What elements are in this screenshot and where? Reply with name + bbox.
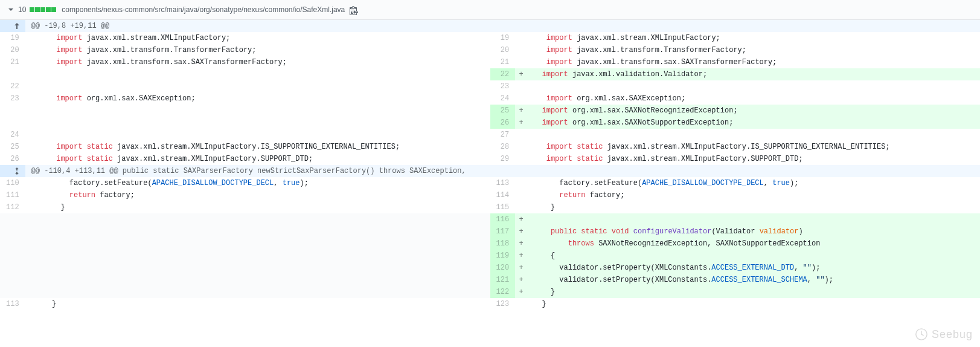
hunk-header: @@ -19,8 +19,11 @@ (0, 20, 980, 32)
file-path[interactable]: components/nexus-common/src/main/java/or… (62, 5, 345, 14)
expand-icon[interactable] (0, 165, 25, 177)
diff-line: 112 } 115 } (0, 201, 980, 213)
diff-line: 26 import static javax.xml.stream.XMLInp… (0, 153, 980, 165)
hunk-text: @@ -19,8 +19,11 @@ (25, 20, 980, 32)
diff-line: 22 + import javax.xml.validation.Validat… (0, 68, 980, 80)
diff-line: 116 + (0, 213, 980, 225)
right-code: import javax.xml.stream.XMLInputFactory; (527, 32, 980, 44)
expand-up-icon[interactable] (0, 20, 25, 32)
diff-table: @@ -19,8 +19,11 @@ 19 import javax.xml.s… (0, 20, 980, 310)
hunk-text: @@ -110,4 +113,11 @@ public static SAXPa… (25, 165, 980, 177)
hunk-header: @@ -110,4 +113,11 @@ public static SAXPa… (0, 165, 980, 177)
diff-line: 25 + import org.xml.sax.SAXNotRecognized… (0, 105, 980, 117)
diff-line-count: 10 (18, 5, 26, 14)
left-code: import javax.xml.stream.XMLInputFactory; (37, 32, 490, 44)
file-header: 10 components/nexus-common/src/main/java… (0, 0, 980, 20)
diff-line: 113 } 123 } (0, 298, 980, 310)
diff-line: 21 import javax.xml.transform.sax.SAXTra… (0, 56, 980, 68)
diff-line: 111 return factory; 114 return factory; (0, 189, 980, 201)
diff-line: 118 + throws SAXNotRecognizedException, … (0, 238, 980, 250)
chevron-down-icon[interactable] (6, 5, 16, 15)
left-line-num[interactable]: 19 (0, 32, 25, 44)
diff-line: 122 + } (0, 286, 980, 298)
diff-line: 23 import org.xml.sax.SAXException; 24 i… (0, 92, 980, 105)
diff-line: 19 import javax.xml.stream.XMLInputFacto… (0, 32, 980, 44)
diff-line: 22 23 (0, 80, 980, 92)
copy-icon[interactable] (350, 5, 358, 14)
diff-line: 20 import javax.xml.transform.Transforme… (0, 44, 980, 56)
diff-line: 117 + public static void configureValida… (0, 225, 980, 238)
diff-line: 120 + validator.setProperty(XMLConstants… (0, 262, 980, 274)
diff-stat-blocks (30, 7, 57, 12)
diff-line: 110 factory.setFeature(APACHE_DISALLOW_D… (0, 177, 980, 189)
diff-line: 119 + { (0, 250, 980, 262)
right-line-num[interactable]: 19 (490, 32, 516, 44)
diff-line: 24 27 (0, 129, 980, 141)
diff-line: 121 + validator.setProperty(XMLConstants… (0, 274, 980, 286)
diff-line: 25 import static javax.xml.stream.XMLInp… (0, 141, 980, 153)
diff-line: 26 + import org.xml.sax.SAXNotSupportedE… (0, 117, 980, 129)
